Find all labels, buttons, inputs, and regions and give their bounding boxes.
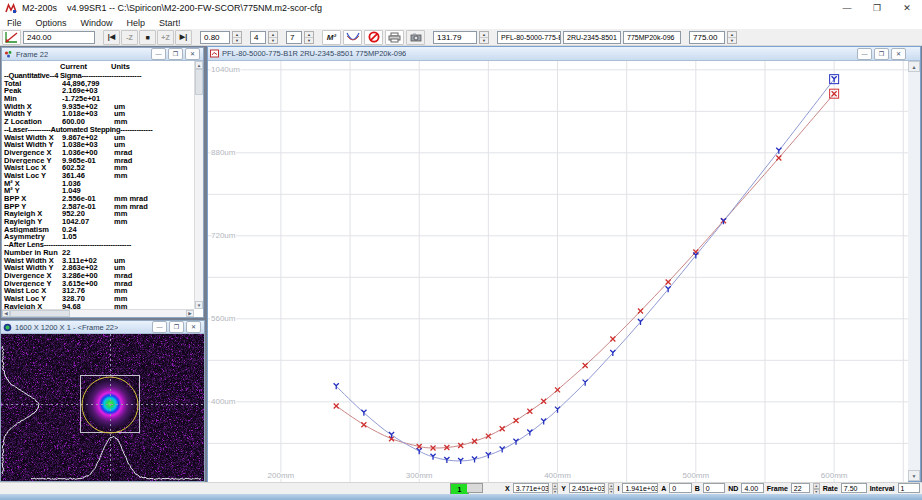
table-row: Divergence X3.286e+00mrad — [2, 272, 194, 280]
status-value-frame[interactable]: 22 — [791, 483, 810, 493]
maximize-button[interactable]: ❐ — [862, 0, 892, 16]
table-row: Peak2.169e+03 — [2, 87, 194, 95]
stage-step-button-3[interactable]: +Z — [157, 30, 174, 45]
row-units: mm — [114, 118, 194, 126]
row-value: -1.725e+01 — [62, 95, 114, 103]
row-value: 0.24 — [62, 226, 114, 234]
exposure-input[interactable]: 0.80 — [200, 31, 230, 44]
abort-icon[interactable] — [364, 30, 383, 45]
field-a-input[interactable]: 4 — [250, 31, 266, 44]
table-row: Divergence X1.036e+00mrad — [2, 149, 194, 157]
row-label: Width X — [2, 103, 62, 111]
row-label: Z Location — [2, 118, 62, 126]
row-units: mm — [114, 218, 194, 226]
stage-step-button-2[interactable]: ■ — [139, 30, 156, 45]
titlebar: M2-200s v4.99SR1 -- C:\Spiricon\M2-200-F… — [0, 0, 922, 16]
beam-profile-image — [1, 334, 204, 481]
optic-combo[interactable]: 775MP20k-096 — [623, 31, 681, 44]
m-squared-icon[interactable]: M² — [322, 30, 341, 45]
row-units — [114, 226, 194, 234]
table-row: Total44,896,799 — [2, 80, 194, 88]
gain-spinner[interactable]: ▲▼ — [479, 31, 489, 44]
gain-input[interactable]: 131.79 — [433, 31, 477, 44]
wavelength-spinner[interactable]: ▲▼ — [727, 31, 737, 44]
field-b-input[interactable]: 7 — [286, 31, 302, 44]
data-point-marker — [514, 418, 519, 423]
beam-window-icon — [3, 323, 12, 332]
status-spinner-y[interactable]: ▲▼ — [608, 483, 615, 493]
menu-item-start[interactable]: Start! — [152, 16, 188, 29]
lens-combo[interactable]: PFL-80-5000-775-B — [497, 31, 561, 44]
results-close-icon[interactable]: ✕ — [185, 48, 200, 60]
results-window: Frame 22 — ❐ ✕ Current Units --Quantitat… — [1, 47, 204, 318]
row-units: mrad — [114, 272, 194, 280]
menu-item-file[interactable]: File — [0, 16, 29, 29]
chart-vertical-scrollbar[interactable]: ▲ ▼ — [908, 61, 920, 481]
row-units: um — [114, 110, 194, 118]
stage-step-button-4[interactable]: ▶| — [175, 30, 192, 45]
row-label: Astigmatism — [2, 226, 62, 234]
exposure-spinner[interactable]: ▲▼ — [232, 31, 242, 44]
data-point-marker — [638, 309, 643, 314]
menu-item-help[interactable]: Help — [120, 16, 153, 29]
table-row: Waist Loc Y361.46mm — [2, 172, 194, 180]
row-units — [114, 233, 194, 241]
row-value: 9.867e+02 — [62, 134, 114, 142]
results-horizontal-scrollbar[interactable]: ◀ ▶ — [2, 309, 194, 317]
row-value: 1.036 — [62, 180, 114, 188]
z-position-input[interactable]: 240.00 — [23, 31, 95, 44]
beam-minimize-icon[interactable]: — — [152, 321, 167, 333]
beam-maximize-icon[interactable]: ❐ — [169, 321, 184, 333]
serial-combo[interactable]: 2RU-2345-8501 — [563, 31, 621, 44]
results-vertical-scrollbar[interactable]: ▲ ▼ — [194, 61, 203, 309]
column-header-units: Units — [111, 62, 130, 71]
row-label: Divergence X — [2, 149, 62, 157]
status-value-x[interactable]: 3.771e+03 — [513, 483, 549, 493]
close-button[interactable]: ✕ — [892, 0, 922, 16]
field-b-spinner[interactable]: ▲▼ — [304, 31, 314, 44]
chart-maximize-icon[interactable]: ❐ — [874, 48, 889, 60]
status-value-interval[interactable]: 1 — [898, 483, 920, 493]
menu-item-options[interactable]: Options — [29, 16, 74, 29]
status-spinner-x[interactable]: ▲▼ — [552, 483, 559, 493]
row-units: um — [114, 103, 194, 111]
row-units: mm — [114, 295, 194, 303]
row-label: Width Y — [2, 110, 62, 118]
row-value: 3.286e+00 — [62, 272, 114, 280]
caustic-axes-icon[interactable] — [2, 30, 21, 45]
app-icon — [5, 3, 17, 14]
chart-close-icon[interactable]: ✕ — [891, 48, 906, 60]
camera-icon[interactable] — [406, 30, 425, 45]
stage-step-buttons: |◀-Z■+Z▶| — [103, 30, 192, 45]
wavelength-input[interactable]: 775.00 — [689, 31, 725, 44]
print-icon[interactable] — [385, 30, 404, 45]
row-label: BPP X — [2, 195, 62, 203]
progress-track — [467, 483, 483, 493]
stage-step-button-1[interactable]: -Z — [121, 30, 138, 45]
row-units — [114, 95, 194, 103]
status-value-i[interactable]: 1.941e+03 — [622, 483, 658, 493]
results-minimize-icon[interactable]: — — [151, 48, 166, 60]
field-a-spinner[interactable]: ▲▼ — [268, 31, 278, 44]
beam-close-icon[interactable]: ✕ — [186, 321, 201, 333]
menu-item-window[interactable]: Window — [74, 16, 120, 29]
stage-step-button-0[interactable]: |◀ — [103, 30, 120, 45]
caustic-plot-icon[interactable] — [343, 30, 362, 45]
row-label: Number in Run — [2, 249, 62, 257]
chart-window-titlebar: PFL-80-5000-775-B1R 2RU-2345-8501 775MP2… — [208, 47, 920, 61]
table-row: Waist Width X3.111e+02um — [2, 257, 194, 265]
row-units: mm — [114, 172, 194, 180]
status-value-a[interactable]: 0 — [669, 483, 691, 493]
status-spinner-frame[interactable]: ▲▼ — [813, 483, 820, 493]
beam-window-title: 1600 X 1200 X 1 - <Frame 22> — [15, 323, 118, 332]
series-line-width-y — [336, 79, 834, 461]
row-value: 600.00 — [62, 118, 114, 126]
status-value-b[interactable]: 0 — [703, 483, 725, 493]
status-value-rate[interactable]: 7.50 — [841, 483, 867, 493]
minimize-button[interactable]: — — [832, 0, 862, 16]
status-value-nd[interactable]: 4.00 — [741, 483, 763, 493]
row-units: mm — [114, 287, 194, 295]
status-value-y[interactable]: 2.451e+03 — [569, 483, 605, 493]
results-maximize-icon[interactable]: ❐ — [168, 48, 183, 60]
chart-minimize-icon[interactable]: — — [857, 48, 872, 60]
